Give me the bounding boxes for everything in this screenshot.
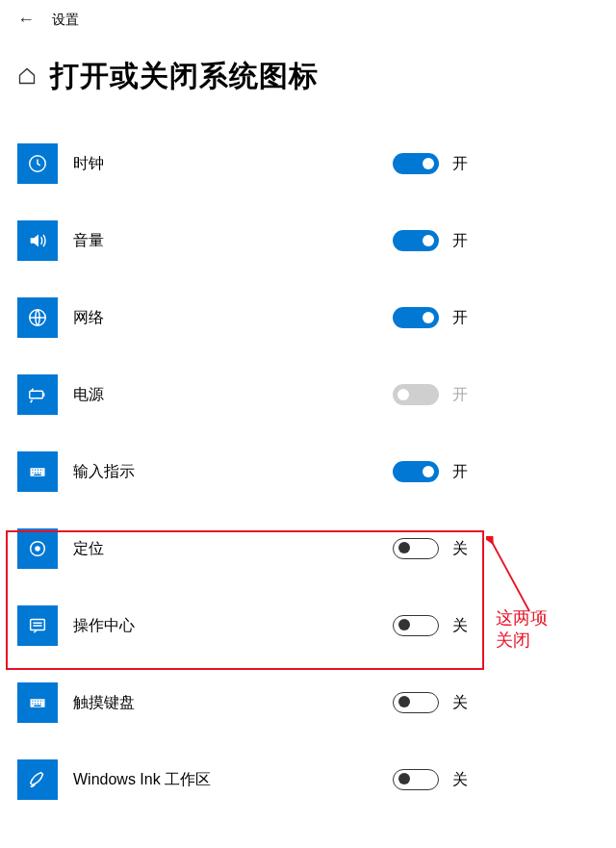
svg-rect-8 [31, 620, 45, 630]
setting-label-volume: 音量 [73, 231, 104, 251]
toggle-state-label-power: 开 [452, 385, 468, 405]
keyboard-icon [17, 451, 58, 492]
setting-label-ink: Windows Ink 工作区 [73, 770, 211, 790]
setting-row-touchkbd: 触摸键盘关 [17, 664, 599, 741]
svg-point-7 [35, 546, 40, 552]
battery-icon [17, 374, 58, 415]
toggle-state-label-action: 关 [452, 616, 468, 636]
toggle-state-label-network: 开 [452, 308, 468, 328]
toggle-state-label-input: 开 [452, 462, 468, 482]
setting-row-volume: 音量开 [17, 202, 599, 279]
toggle-state-label-clock: 开 [452, 154, 468, 174]
toggle-state-label-ink: 关 [452, 770, 468, 790]
setting-row-power: 电源开 [17, 356, 599, 433]
toggle-power [393, 384, 439, 405]
setting-row-action: 操作中心关 [17, 587, 599, 664]
header-breadcrumb: 设置 [52, 12, 79, 29]
setting-label-touchkbd: 触摸键盘 [73, 693, 135, 713]
message-icon [17, 605, 58, 646]
keyboard-icon [17, 682, 58, 723]
toggle-location[interactable] [393, 538, 439, 559]
toggle-volume[interactable] [393, 230, 439, 251]
toggle-clock[interactable] [393, 153, 439, 174]
toggle-input[interactable] [393, 461, 439, 482]
toggle-network[interactable] [393, 307, 439, 328]
toggle-state-label-volume: 开 [452, 231, 468, 251]
svg-rect-3 [43, 393, 45, 397]
target-icon [17, 528, 58, 569]
pen-icon [17, 759, 58, 800]
setting-row-input: 输入指示开 [17, 433, 599, 510]
setting-row-clock: 时钟开 [17, 125, 599, 202]
back-button[interactable]: ← [17, 10, 35, 30]
toggle-ink[interactable] [393, 769, 439, 790]
setting-label-power: 电源 [73, 385, 104, 405]
setting-label-action: 操作中心 [73, 616, 135, 636]
toggle-state-label-location: 关 [452, 539, 468, 559]
setting-label-input: 输入指示 [73, 462, 135, 482]
setting-row-network: 网络开 [17, 279, 599, 356]
svg-rect-2 [30, 391, 43, 398]
setting-row-ink: Windows Ink 工作区关 [17, 741, 599, 818]
setting-label-location: 定位 [73, 539, 104, 559]
toggle-state-label-touchkbd: 关 [452, 693, 468, 713]
speaker-icon [17, 220, 58, 261]
globe-icon [17, 297, 58, 338]
setting-label-network: 网络 [73, 308, 104, 328]
toggle-action[interactable] [393, 615, 439, 636]
toggle-touchkbd[interactable] [393, 692, 439, 713]
home-icon[interactable] [17, 66, 37, 90]
page-title: 打开或关闭系统图标 [50, 57, 319, 96]
setting-row-location: 定位关 [17, 510, 599, 587]
clock-icon [17, 143, 58, 184]
setting-label-clock: 时钟 [73, 154, 104, 174]
